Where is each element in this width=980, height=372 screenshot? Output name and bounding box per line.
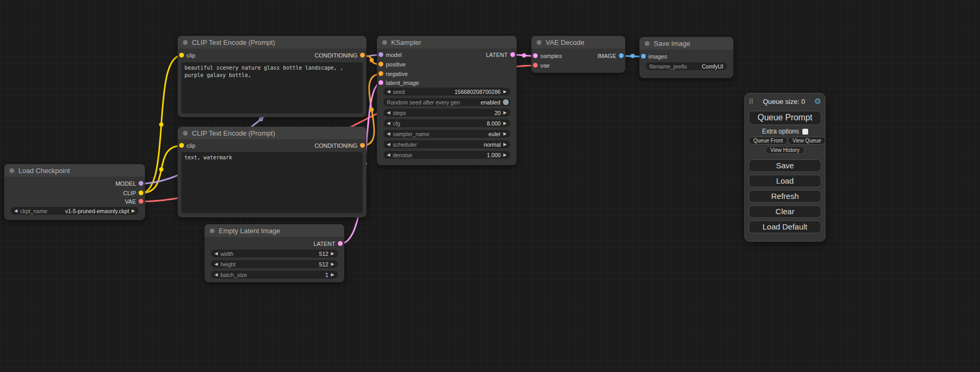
clip-input-port[interactable] bbox=[179, 143, 184, 148]
next-arrow-icon[interactable]: ▶ bbox=[331, 250, 334, 257]
prev-arrow-icon[interactable]: ◀ bbox=[215, 271, 218, 279]
vae-output-port[interactable] bbox=[139, 199, 143, 204]
node-save-image[interactable]: Save Image images filename_prefix ComfyU… bbox=[639, 37, 733, 78]
latent-image-input-port[interactable] bbox=[379, 80, 383, 85]
model-input-port[interactable] bbox=[379, 52, 383, 57]
settings-gear-icon[interactable]: ⚙ bbox=[814, 97, 821, 106]
random-seed-toggle-widget[interactable]: Random seed after every gen enabled bbox=[383, 98, 510, 106]
node-title: Empty Latent Image bbox=[219, 227, 280, 235]
batch-size-widget[interactable]: ◀ batch_size 1 ▶ bbox=[211, 271, 338, 279]
prev-arrow-icon[interactable]: ◀ bbox=[14, 207, 17, 215]
prev-arrow-icon[interactable]: ◀ bbox=[387, 151, 390, 159]
node-title-bar[interactable]: Load Checkpoint bbox=[4, 164, 145, 177]
next-arrow-icon[interactable]: ▶ bbox=[503, 109, 507, 117]
extra-options-checkbox[interactable] bbox=[802, 129, 808, 135]
next-arrow-icon[interactable]: ▶ bbox=[331, 260, 334, 268]
next-arrow-icon[interactable]: ▶ bbox=[331, 271, 334, 279]
next-arrow-icon[interactable]: ▶ bbox=[503, 119, 507, 127]
node-title-bar[interactable]: Empty Latent Image bbox=[205, 224, 344, 237]
seed-widget[interactable]: ◀ seed 156680208700286 ▶ bbox=[383, 88, 510, 96]
filename-prefix-widget[interactable]: filename_prefix ComfyUI bbox=[646, 62, 727, 70]
node-load-checkpoint[interactable]: Load Checkpoint MODEL CLIP VAE ◀ ckpt_na… bbox=[4, 164, 145, 220]
node-title-bar[interactable]: CLIP Text Encode (Prompt) bbox=[178, 36, 366, 49]
save-button[interactable]: Save bbox=[749, 159, 821, 172]
node-title: CLIP Text Encode (Prompt) bbox=[192, 129, 275, 137]
output-label-clip: CLIP bbox=[123, 189, 136, 197]
node-vae-decode[interactable]: VAE Decode samples vae IMAGE bbox=[531, 36, 625, 73]
prev-arrow-icon[interactable]: ◀ bbox=[215, 250, 218, 257]
clip-output-port[interactable] bbox=[139, 190, 143, 195]
latent-output-port[interactable] bbox=[510, 52, 515, 57]
node-title-bar[interactable]: VAE Decode bbox=[531, 36, 625, 49]
input-label-images: images bbox=[648, 53, 667, 60]
positive-prompt-textarea[interactable]: beautiful scenery nature glass bottle la… bbox=[181, 62, 363, 113]
prev-arrow-icon[interactable]: ◀ bbox=[215, 260, 218, 268]
collapse-dot-icon[interactable] bbox=[537, 40, 541, 45]
prev-arrow-icon[interactable]: ◀ bbox=[387, 140, 390, 148]
next-arrow-icon[interactable]: ▶ bbox=[503, 130, 507, 138]
drag-handle-icon[interactable]: ⠿ bbox=[749, 98, 754, 106]
view-queue-button[interactable]: View Queue bbox=[788, 137, 826, 145]
positive-input-port[interactable] bbox=[379, 62, 383, 66]
node-title-bar[interactable]: Save Image bbox=[639, 37, 733, 50]
toggle-knob-icon[interactable] bbox=[503, 99, 509, 105]
view-history-button[interactable]: View History bbox=[765, 146, 804, 154]
queue-prompt-button[interactable]: Queue Prompt bbox=[749, 111, 821, 125]
sampler-name-widget[interactable]: ◀ sampler_name euler ▶ bbox=[383, 130, 510, 138]
node-clip-text-encode-negative[interactable]: CLIP Text Encode (Prompt) clip CONDITION… bbox=[178, 127, 366, 217]
extra-options-label: Extra options bbox=[762, 128, 799, 135]
prev-arrow-icon[interactable]: ◀ bbox=[387, 130, 390, 138]
collapse-dot-icon[interactable] bbox=[183, 131, 188, 136]
samples-input-port[interactable] bbox=[533, 53, 538, 58]
node-title-bar[interactable]: KSampler bbox=[377, 36, 517, 49]
prev-arrow-icon[interactable]: ◀ bbox=[387, 119, 390, 127]
cfg-widget[interactable]: ◀ cfg 8.000 ▶ bbox=[383, 119, 510, 127]
extra-options-row: Extra options bbox=[749, 128, 821, 135]
wire-midpoint-dot bbox=[159, 167, 163, 171]
denoise-widget[interactable]: ◀ denoise 1.000 ▶ bbox=[383, 151, 510, 159]
latent-output-port[interactable] bbox=[338, 241, 343, 246]
next-arrow-icon[interactable]: ▶ bbox=[503, 151, 507, 159]
clear-button[interactable]: Clear bbox=[749, 205, 821, 218]
node-title: VAE Decode bbox=[546, 39, 584, 46]
prev-arrow-icon[interactable]: ◀ bbox=[387, 88, 390, 96]
node-ksampler[interactable]: KSampler model positive negative latent_… bbox=[377, 36, 517, 165]
prev-arrow-icon[interactable]: ◀ bbox=[387, 109, 390, 117]
height-widget[interactable]: ◀ height 512 ▶ bbox=[211, 260, 338, 268]
vae-input-port[interactable] bbox=[533, 63, 538, 68]
width-widget[interactable]: ◀ width 512 ▶ bbox=[211, 250, 338, 257]
widget-value: 512 bbox=[319, 251, 328, 257]
steps-widget[interactable]: ◀ steps 20 ▶ bbox=[383, 109, 510, 117]
load-button[interactable]: Load bbox=[749, 175, 821, 187]
next-arrow-icon[interactable]: ▶ bbox=[132, 207, 135, 215]
refresh-button[interactable]: Refresh bbox=[749, 190, 821, 203]
collapse-dot-icon[interactable] bbox=[382, 40, 387, 45]
node-empty-latent-image[interactable]: Empty Latent Image LATENT ◀ width 512 ▶ … bbox=[205, 224, 344, 282]
output-label-conditioning: CONDITIONING bbox=[315, 52, 357, 59]
next-arrow-icon[interactable]: ▶ bbox=[503, 140, 507, 148]
collapse-dot-icon[interactable] bbox=[645, 41, 649, 46]
load-default-button[interactable]: Load Default bbox=[749, 221, 821, 233]
collapse-dot-icon[interactable] bbox=[9, 168, 14, 173]
clip-input-port[interactable] bbox=[179, 53, 184, 58]
ckpt-name-widget[interactable]: ◀ ckpt_name v1-5-pruned-emaonly.ckpt ▶ bbox=[11, 207, 139, 215]
collapse-dot-icon[interactable] bbox=[183, 40, 188, 45]
widget-label: Random seed after every gen bbox=[387, 99, 460, 106]
conditioning-output-port[interactable] bbox=[360, 53, 365, 58]
widget-value: ComfyUI bbox=[702, 63, 723, 70]
node-clip-text-encode-positive[interactable]: CLIP Text Encode (Prompt) clip CONDITION… bbox=[178, 36, 366, 117]
negative-prompt-textarea[interactable]: text, watermark bbox=[181, 152, 363, 213]
image-output-port[interactable] bbox=[619, 53, 624, 58]
negative-input-port[interactable] bbox=[379, 71, 383, 76]
widget-label: ckpt_name bbox=[20, 208, 47, 214]
node-title-bar[interactable]: CLIP Text Encode (Prompt) bbox=[178, 127, 366, 139]
scheduler-widget[interactable]: ◀ scheduler normal ▶ bbox=[383, 140, 510, 148]
queue-front-button[interactable]: Queue Front bbox=[749, 137, 788, 145]
next-arrow-icon[interactable]: ▶ bbox=[503, 88, 507, 96]
images-input-port[interactable] bbox=[641, 54, 646, 59]
model-output-port[interactable] bbox=[139, 181, 143, 186]
node-graph-canvas[interactable]: Load Checkpoint MODEL CLIP VAE ◀ ckpt_na… bbox=[0, 0, 980, 372]
conditioning-output-port[interactable] bbox=[360, 143, 365, 148]
collapse-dot-icon[interactable] bbox=[210, 228, 215, 233]
node-title: CLIP Text Encode (Prompt) bbox=[192, 39, 275, 46]
